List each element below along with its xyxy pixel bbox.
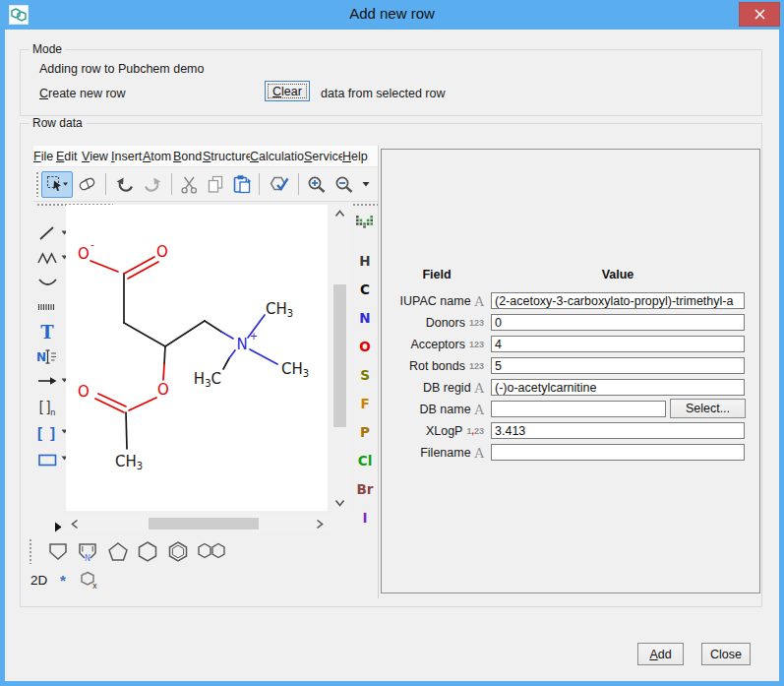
rectangle-tool-button[interactable] — [34, 449, 60, 470]
menu-item-atom[interactable]: Atom — [143, 149, 173, 163]
iupac-name-input[interactable] — [491, 292, 745, 309]
zoom-in-icon — [307, 175, 327, 194]
menu-item-structure[interactable]: Structure — [203, 149, 250, 163]
paste-icon — [232, 174, 251, 194]
bond-tool-button[interactable] — [34, 222, 60, 244]
clear-button[interactable]: Clear — [265, 81, 310, 101]
any-atom-star-icon[interactable]: * — [60, 572, 66, 589]
eraser-icon — [77, 176, 97, 192]
atom-label-tool-button[interactable]: N — [34, 345, 60, 367]
plus-charge: + — [250, 331, 258, 342]
chevron-left-icon — [71, 519, 79, 530]
db-regid-input[interactable] — [491, 379, 745, 396]
scroll-left-button[interactable] — [68, 518, 81, 530]
close-button-footer[interactable]: Close — [701, 643, 751, 665]
horizontal-scrollbar[interactable] — [66, 516, 328, 531]
filename-input[interactable] — [491, 444, 745, 461]
scroll-down-button[interactable] — [333, 496, 346, 509]
bracket-tool-button[interactable]: [ ] — [34, 421, 60, 443]
menu-item-bond[interactable]: Bond — [173, 149, 203, 163]
xlogp-input[interactable] — [491, 422, 745, 439]
toolbar-overflow-button[interactable] — [358, 171, 374, 198]
zoom-out-icon — [334, 175, 354, 194]
redo-button[interactable] — [139, 171, 167, 198]
element-toolbar-drag-handle[interactable] — [352, 203, 378, 207]
field-label-xlogp: XLogP1,23 — [382, 422, 484, 440]
repeat-group-tool-button[interactable]: [ ]n — [34, 397, 60, 418]
svg-text:x: x — [92, 582, 97, 590]
copy-button[interactable] — [203, 171, 228, 198]
eraser-button[interactable] — [73, 171, 101, 198]
close-button[interactable] — [739, 2, 780, 27]
element-button-cl[interactable]: Cl — [351, 453, 379, 472]
fields-panel: Field Value IUPAC nameA Donors123 Accept… — [381, 149, 760, 593]
chevron-right-icon — [316, 519, 324, 530]
clean-structure-button[interactable]: x — [80, 571, 97, 590]
molecule-canvas[interactable]: O - O N + CH3 CH3 H3C O O CH3 — [66, 205, 328, 511]
chevron-down-icon — [362, 181, 370, 187]
cut-button[interactable] — [176, 171, 203, 198]
ester-o-label: O — [157, 381, 169, 399]
element-button-f[interactable]: F — [351, 396, 379, 415]
toolbar-separator — [105, 173, 106, 195]
menu-item-calculations[interactable]: Calculations — [250, 149, 304, 163]
template-toolbar-drag-handle[interactable] — [29, 538, 32, 564]
paste-button[interactable] — [228, 171, 255, 198]
toolbar-separator — [298, 173, 299, 195]
template-cyclopentane-button[interactable] — [104, 539, 132, 563]
element-button-s[interactable]: S — [351, 367, 379, 387]
chevron-down-icon — [334, 499, 345, 507]
dimension-2d-label[interactable]: 2D — [30, 573, 47, 588]
template-pyrrole-button[interactable]: N — [74, 539, 101, 563]
cyclopentadiene-icon — [46, 540, 70, 562]
element-button-o[interactable]: O — [351, 339, 379, 358]
element-button-h[interactable]: H — [351, 253, 379, 273]
element-button-br[interactable]: Br — [351, 481, 379, 501]
scroll-up-button[interactable] — [333, 207, 346, 219]
benzene-icon — [166, 540, 190, 562]
periodic-table-button[interactable] — [356, 216, 373, 228]
menu-item-help[interactable]: Help — [342, 149, 368, 163]
create-new-row-label[interactable]: Create new row — [39, 87, 126, 100]
vertical-scrollbar[interactable] — [332, 205, 348, 511]
rot-bonds-input[interactable] — [491, 357, 745, 374]
minus-charge: - — [90, 239, 94, 250]
group-bracket-icon: [ ]n — [39, 399, 56, 417]
arc-tool-button[interactable] — [34, 272, 60, 293]
check-structure-button[interactable] — [264, 171, 294, 198]
structure-check-icon — [268, 175, 290, 193]
undo-button[interactable] — [110, 171, 139, 198]
scroll-right-button[interactable] — [313, 518, 326, 530]
select-tool-button[interactable] — [41, 171, 73, 198]
text-tool-button[interactable]: T — [34, 321, 60, 343]
menu-item-file[interactable]: File — [33, 149, 56, 163]
template-cyclopentadiene-button[interactable] — [44, 539, 72, 563]
element-button-n[interactable]: N — [351, 310, 379, 330]
element-button-c[interactable]: C — [351, 281, 379, 301]
element-button-p[interactable]: P — [351, 424, 379, 444]
donors-input[interactable] — [491, 314, 745, 331]
menu-item-edit[interactable]: Edit — [56, 149, 82, 163]
reaction-arrow-tool-button[interactable] — [34, 370, 60, 392]
acceptors-input[interactable] — [491, 336, 745, 352]
zoom-out-button[interactable] — [331, 171, 358, 198]
template-benzene-button[interactable] — [164, 539, 192, 563]
vertical-scrollbar-thumb[interactable] — [333, 284, 346, 427]
horizontal-scrollbar-thumb[interactable] — [149, 518, 259, 530]
left-toolbar-overflow-arrow[interactable] — [54, 522, 64, 533]
zoom-in-button[interactable] — [303, 171, 331, 198]
template-fused-rings-button[interactable] — [195, 539, 228, 563]
menu-item-view[interactable]: View — [82, 149, 111, 163]
template-cyclohexane-button[interactable] — [134, 539, 161, 563]
menu-item-services[interactable]: Services — [304, 149, 342, 163]
clear-caption: data from selected row — [321, 87, 445, 100]
menu-item-insert[interactable]: Insert — [111, 149, 143, 163]
add-button[interactable]: Add — [637, 643, 684, 665]
methyl-right-label: CH3 — [281, 360, 309, 379]
chain-tool-button[interactable] — [34, 247, 60, 269]
select-button[interactable]: Select... — [670, 399, 746, 418]
db-name-input[interactable] — [491, 401, 666, 417]
element-button-i[interactable]: I — [351, 510, 379, 530]
multibond-comb-tool-button[interactable] — [34, 296, 60, 318]
toolbar-drag-handle[interactable] — [35, 171, 38, 197]
